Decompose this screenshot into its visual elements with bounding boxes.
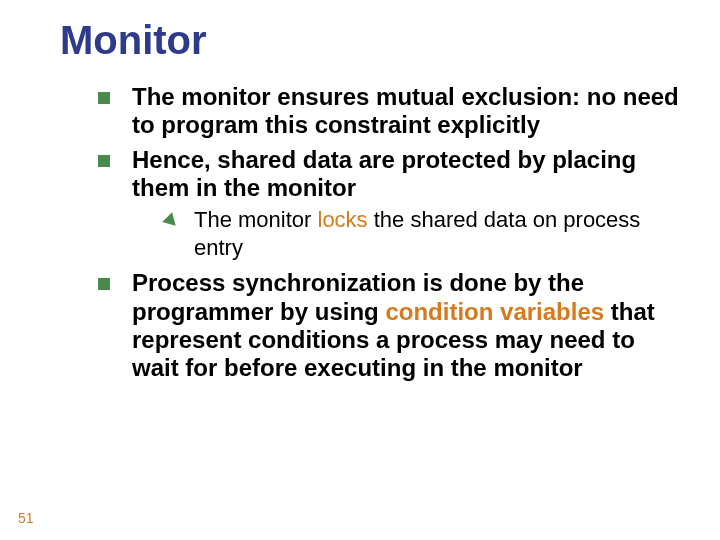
sub-bullet-item: The monitor locks the shared data on pro… [166,206,680,261]
page-number: 51 [18,510,34,526]
bullet-item-2: Hence, shared data are protected by plac… [98,146,680,262]
bullet-text: The monitor ensures mutual exclusion: no… [132,83,679,138]
bullet-item-3: Process synchronization is done by the p… [98,269,680,382]
slide: Monitor The monitor ensures mutual exclu… [0,0,720,540]
bullet-text: Hence, shared data are protected by plac… [132,146,636,201]
highlight-locks: locks [318,207,368,232]
slide-title: Monitor [60,18,680,63]
bullet-item-1: The monitor ensures mutual exclusion: no… [98,83,680,140]
sub-bullet-text-pre: The monitor [194,207,318,232]
sub-bullet-list: The monitor locks the shared data on pro… [132,206,680,261]
bullet-list: The monitor ensures mutual exclusion: no… [60,83,680,383]
highlight-condition-variables: condition variables [385,298,604,325]
